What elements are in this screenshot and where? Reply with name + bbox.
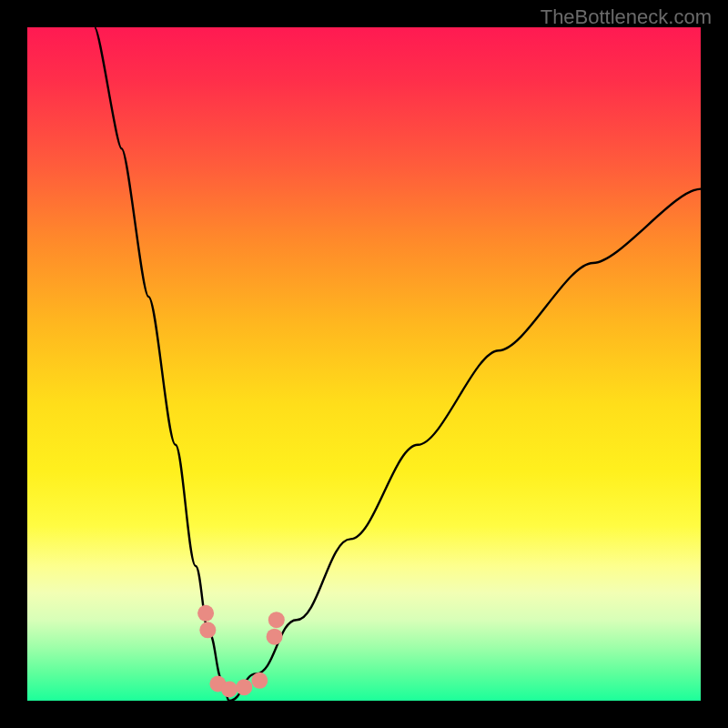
data-marker: [199, 622, 216, 638]
watermark-text: TheBottleneck.com: [541, 5, 712, 29]
data-marker: [236, 679, 252, 695]
chart-svg: [27, 27, 701, 701]
data-marker: [197, 605, 214, 622]
data-marker: [267, 629, 283, 645]
data-marker: [221, 681, 238, 697]
data-marker: [251, 672, 268, 689]
valley-markers: [197, 605, 285, 698]
right-curve: [229, 189, 701, 701]
plot-area: [27, 27, 701, 701]
left-curve: [95, 27, 229, 701]
data-marker: [268, 612, 285, 628]
